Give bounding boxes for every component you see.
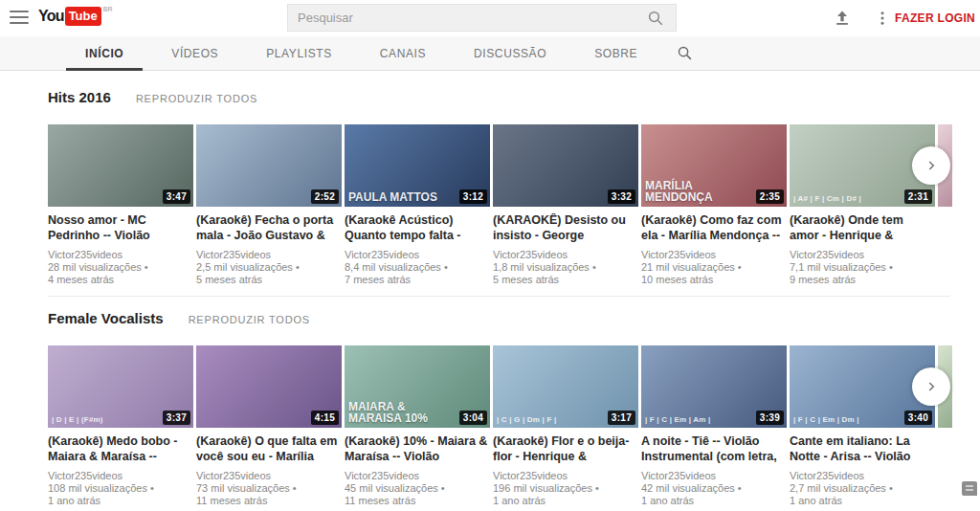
sign-in-button[interactable]: FAZER LOGIN [895,11,975,25]
video-thumbnail[interactable]: 2:52 [196,124,342,207]
chevron-right-icon [924,380,938,393]
channel-name[interactable]: Victor235videos [48,470,193,482]
video-title[interactable]: (Karaokê) Como faz com ela - Marília Men… [641,213,787,243]
channel-name[interactable]: Victor235videos [196,249,342,261]
channel-name[interactable]: Victor235videos [641,249,787,261]
video-thumbnail[interactable]: 4:15 [196,345,342,428]
menu-hamburger-icon[interactable] [10,11,29,24]
thumbnail-artist-text: MAIARA & MARAISA 10% [348,401,449,424]
shelf-section: Hits 2016 REPRODUZIR TODOS 3:47 Nosso am… [48,71,980,297]
view-count: 108 mil visualizações • [48,482,193,495]
thumbnail-chords-text: | F | C | Em | Am | [645,415,710,424]
video-title[interactable]: (Karaokê) 10% - Maiara & Maraísa -- Viol… [345,434,490,464]
channel-name[interactable]: Victor235videos [345,470,490,482]
duration-badge: 3:12 [459,189,487,204]
tab-sobre[interactable]: SOBRE [570,36,661,70]
duration-badge: 3:37 [163,411,190,425]
video-card: 4:15 (Karaokê) O que falta em você sou e… [196,345,342,507]
video-title[interactable]: Cante em italiano: La Notte - Arisa -- V… [790,434,935,464]
view-count: 2,7 mil visualizações • [790,482,935,495]
upload-age: 5 meses atrás [196,274,342,286]
video-card: | D | E | (F#m) 3:37 (Karaokê) Medo bobo… [48,345,193,507]
channel-name[interactable]: Victor235videos [48,249,193,261]
video-card: MAIARA & MARAISA 10% 3:04 (Karaokê) 10% … [345,345,490,507]
channel-name[interactable]: Victor235videos [196,470,342,482]
video-thumbnail[interactable]: | F | C | Em | Am | 3:39 [641,345,787,428]
video-card: | A# | F | Cm | D# | 2:31 (Karaokê) Onde… [790,124,935,286]
video-card: 2:52 (Karaokê) Fecha o porta mala - João… [196,124,342,286]
duration-badge: 2:35 [756,189,784,204]
tab-canais[interactable]: CANAIS [356,36,450,70]
logo-region-label: BR [103,6,113,12]
channel-search-icon [677,45,693,61]
video-thumbnail[interactable]: MAIARA & MARAISA 10% 3:04 [345,345,490,428]
carousel-next-button[interactable] [912,146,950,185]
youtube-logo[interactable]: You Tube BR [38,7,112,26]
video-title[interactable]: (Karaokê) O que falta em você sou eu - M… [196,434,342,464]
video-card: | C | G | Dm | F | 3:17 (Karaokê) Flor e… [493,345,638,507]
logo-you-text: You [38,7,64,26]
thumbnail-chords-text: | A# | F | Cm | D# | [793,194,861,203]
channel-name[interactable]: Victor235videos [790,470,935,482]
search-button[interactable] [635,5,676,31]
duration-badge: 3:17 [608,411,635,425]
carousel-next-button[interactable] [912,367,950,406]
upload-age: 1 ano atrás [48,495,193,507]
duration-badge: 2:31 [904,189,932,204]
view-count: 196 mil visualizações • [493,482,638,495]
video-title[interactable]: (KARAOKÊ) Desisto ou insisto - George He… [493,213,638,243]
channel-name[interactable]: Victor235videos [493,470,638,482]
channel-name[interactable]: Victor235videos [790,249,935,261]
upload-button[interactable] [831,8,854,29]
upload-age: 11 meses atrás [345,495,490,507]
video-card: MARÍLIA MENDONÇA 2:35 (Karaokê) Como faz… [641,124,787,286]
video-title[interactable]: (Karaokê Acústico) Quanto tempo falta - … [345,213,490,243]
duration-badge: 3:40 [904,411,932,425]
search-input[interactable] [288,5,635,31]
video-card: PAULA MATTOS 3:12 (Karaokê Acústico) Qua… [345,124,490,286]
video-title[interactable]: A noite - Tiê -- Violão Instrumental (co… [641,434,787,464]
section-title: Female Vocalists [48,310,164,326]
channel-name[interactable]: Victor235videos [493,249,638,261]
logo-tube-badge: Tube [65,7,101,26]
video-row: | D | E | (F#m) 3:37 (Karaokê) Medo bobo… [48,345,980,507]
tab-playlists[interactable]: PLAYLISTS [242,36,356,70]
play-all-link[interactable]: REPRODUZIR TODOS [189,314,310,325]
tab-videos[interactable]: VÍDEOS [147,36,242,70]
search-icon [647,10,664,27]
video-title[interactable]: Nosso amor - MC Pedrinho -- Violão Instr… [48,213,193,243]
upload-age: 4 meses atrás [48,274,193,286]
view-count: 1,8 mil visualizações • [493,261,638,274]
feedback-widget[interactable] [962,481,977,496]
tabs-search-icon[interactable] [661,36,708,70]
play-all-link[interactable]: REPRODUZIR TODOS [136,93,257,104]
view-count: 8,4 mil visualizações • [345,261,490,274]
overflow-menu-button[interactable] [871,8,894,29]
channel-name[interactable]: Victor235videos [641,470,787,482]
video-thumbnail[interactable]: MARÍLIA MENDONÇA 2:35 [641,124,787,207]
video-title[interactable]: (Karaokê) Flor e o beija-flor - Henrique… [493,434,638,464]
video-title[interactable]: (Karaokê) Medo bobo - Maiara & Maraísa -… [48,434,193,464]
tab-inicio[interactable]: INÍCIO [61,36,147,70]
video-card: | F | C | Em | Dm | 3:40 Cante em italia… [790,345,935,507]
video-thumbnail[interactable]: | D | E | (F#m) 3:37 [48,345,193,428]
video-thumbnail[interactable]: 3:47 [48,124,193,207]
video-thumbnail[interactable]: 3:32 [493,124,638,207]
thumbnail-chords-text: | D | E | (F#m) [52,415,103,424]
upload-age: 5 meses atrás [493,274,638,286]
search-box [287,4,677,32]
video-title[interactable]: (Karaokê) Fecha o porta mala - João Gust… [196,213,342,243]
content: Hits 2016 REPRODUZIR TODOS 3:47 Nosso am… [0,71,980,511]
duration-badge: 2:52 [311,189,339,204]
upload-age: 1 ano atrás [790,495,935,507]
upload-age: 7 meses atrás [345,274,490,286]
channel-name[interactable]: Victor235videos [345,249,490,261]
video-thumbnail[interactable]: PAULA MATTOS 3:12 [345,124,490,207]
video-title[interactable]: (Karaokê) Onde tem amor - Henrique & Jul… [790,213,935,243]
duration-badge: 4:15 [311,411,339,425]
video-thumbnail[interactable]: | C | G | Dm | F | 3:17 [493,345,638,428]
upload-age: 1 ano atrás [493,495,638,507]
shelf-section: Female Vocalists REPRODUZIR TODOS | D | … [48,297,980,511]
tab-discussao[interactable]: DISCUSSÃO [450,36,570,70]
top-header: You Tube BR FAZER LOGIN [0,0,980,36]
